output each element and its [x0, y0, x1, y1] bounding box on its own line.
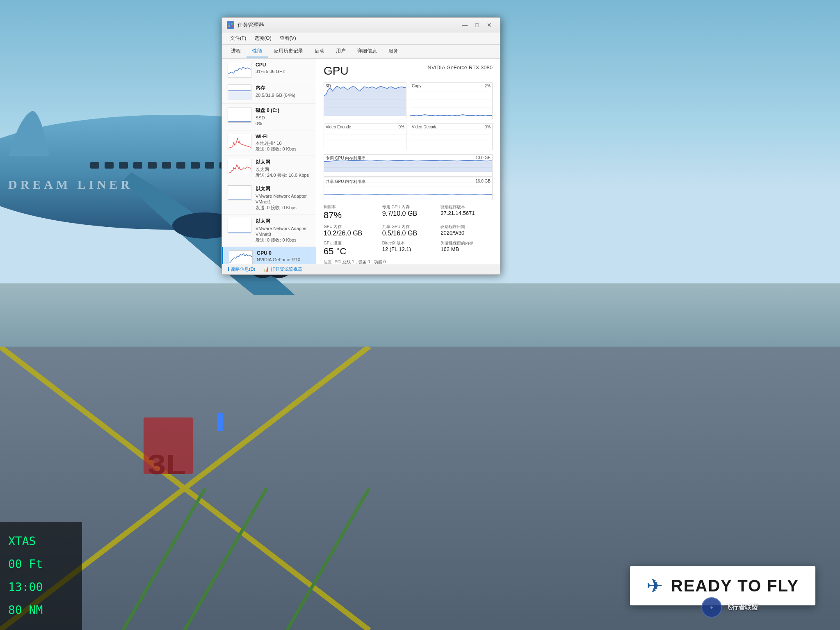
gpu-decode-value: 0% — [485, 125, 491, 129]
gpu-detail-panel: GPU NVIDIA GeForce RTX 3080 3D Copy 2% V… — [316, 59, 500, 264]
taskmanager-window: 任务管理器 — □ ✕ 文件(F) 选项(O) 查看(V) 进程 性能 应用历史… — [221, 17, 500, 275]
vmnet8-info: 以太网 VMware Network Adapter VMnet8发送: 0 接… — [256, 218, 310, 243]
vmnet8-mini-graph — [228, 218, 251, 233]
eth1-info: 以太网 以太网发送: 24.0 接收: 16.0 Kbps — [256, 159, 310, 178]
menu-view[interactable]: 查看(V) — [276, 34, 299, 43]
stat-utilization-value: 87% — [324, 210, 376, 221]
svg-rect-31 — [228, 90, 251, 100]
summary-text: 简略信息(D) — [231, 266, 255, 272]
perf-disk[interactable]: 磁盘 0 (C:) SSD0% — [222, 104, 316, 130]
airplane-icon: ✈ — [646, 574, 663, 597]
svg-line-4 — [287, 488, 369, 630]
minimize-button[interactable]: — — [459, 20, 470, 30]
wifi-info: Wi-Fi 本地连接* 10发送: 0 接收: 0 Kbps — [256, 134, 310, 152]
tab-app-history[interactable]: 应用历史记录 — [268, 46, 309, 57]
svg-text:3L: 3L — [148, 448, 186, 480]
tab-users[interactable]: 用户 — [330, 46, 352, 57]
gpu-title: GPU — [324, 64, 349, 78]
resource-monitor-link[interactable]: 📊 打开资源监视器 — [263, 266, 302, 272]
tab-startup[interactable]: 启动 — [309, 46, 330, 57]
perf-vmnet8[interactable]: 以太网 VMware Network Adapter VMnet8发送: 0 接… — [222, 215, 316, 247]
gpu-copy-chart: Copy 2% — [410, 82, 493, 119]
cpu-value: 31% 5.06 GHz — [256, 68, 310, 74]
stat-shared-mem-value: 0.5/16.0 GB — [382, 230, 434, 237]
eth1-label: 以太网 — [256, 159, 310, 166]
perf-vmnet1[interactable]: 以太网 VMware Network Adapter VMnet1发送: 0 接… — [222, 182, 316, 215]
hud-xtas: XTAS — [8, 530, 74, 553]
gpu-3d-canvas — [324, 83, 406, 116]
close-button[interactable]: ✕ — [484, 20, 495, 30]
title-left: 任务管理器 — [227, 21, 264, 29]
svg-rect-16 — [205, 162, 214, 169]
svg-rect-10 — [119, 162, 128, 169]
main-content: CPU 31% 5.06 GHz 内存 20.5/31.9 GB (64%) — [222, 59, 500, 264]
perf-eth1[interactable]: 以太网 以太网发送: 24.0 接收: 16.0 Kbps — [222, 155, 316, 182]
tab-services[interactable]: 服务 — [383, 46, 404, 57]
svg-rect-15 — [191, 162, 200, 169]
window-controls: — □ ✕ — [459, 20, 495, 30]
gpu-copy-canvas — [410, 83, 492, 116]
svg-rect-9 — [105, 162, 114, 169]
titlebar: 任务管理器 — □ ✕ — [222, 18, 500, 32]
svg-rect-8 — [90, 162, 99, 169]
svg-rect-12 — [148, 162, 157, 169]
performance-list: CPU 31% 5.06 GHz 内存 20.5/31.9 GB (64%) — [222, 59, 316, 264]
stat-directx-value: 12 (FL 12.1) — [382, 246, 434, 252]
stat-reserved-mem: 为请性保留的内存 162 MB — [441, 240, 493, 257]
gpu-shared-mem-max: 16.0 GB — [475, 179, 491, 183]
tab-details[interactable]: 详细信息 — [352, 46, 383, 57]
vmnet1-value: VMware Network Adapter VMnet1发送: 0 接收: 0… — [256, 193, 310, 211]
ready-to-fly-text: READY TO FLY — [671, 577, 799, 595]
stat-directx-label: DirectX 版本 — [382, 240, 434, 246]
cpu-info: CPU 31% 5.06 GHz — [256, 62, 310, 74]
gpu-dedicated-mem-max: 10.0 GB — [475, 155, 491, 160]
memory-info: 内存 20.5/31.9 GB (64%) — [256, 84, 310, 98]
maximize-button[interactable]: □ — [471, 20, 483, 30]
vmnet8-label: 以太网 — [256, 218, 310, 225]
gpu-label: GPU 0 — [257, 250, 310, 256]
stat-dedicated-mem-value: 9.7/10.0 GB — [382, 210, 434, 217]
svg-rect-13 — [162, 162, 171, 169]
perf-cpu[interactable]: CPU 31% 5.06 GHz — [222, 59, 316, 81]
gpu-3d-label: 3D — [326, 84, 331, 88]
gpu-3d-chart: 3D — [324, 82, 406, 119]
gpu-encode-chart: Video Encode 0% — [324, 123, 406, 150]
bottom-bar: ℹ 简略信息(D) 📊 打开资源监视器 — [222, 264, 500, 274]
summary-link[interactable]: ℹ 简略信息(D) — [228, 266, 255, 272]
watermark-inner: ✈ — [710, 606, 713, 609]
summary-icon: ℹ — [228, 267, 229, 272]
stat-gpu-mem-value: 10.2/26.0 GB — [324, 230, 376, 237]
stat-driver-version-value: 27.21.14.5671 — [441, 210, 493, 216]
menubar: 文件(F) 选项(O) 查看(V) — [222, 32, 500, 45]
eth1-value: 以太网发送: 24.0 接收: 16.0 Kbps — [256, 167, 310, 178]
svg-line-3 — [185, 488, 267, 630]
stat-shared-mem: 共享 GPU 内存 0.5/16.0 GB — [382, 224, 434, 237]
gpu-encode-value: 0% — [399, 125, 404, 129]
stat-reserved-mem-value: 162 MB — [441, 246, 493, 252]
perf-gpu[interactable]: GPU 0 NVIDIA GeForce RTX 308087% (65 °C) — [222, 247, 316, 264]
menu-options[interactable]: 选项(O) — [251, 34, 274, 43]
gpu-header: GPU NVIDIA GeForce RTX 3080 — [324, 64, 493, 78]
stat-gpu-mem: GPU 内存 10.2/26.0 GB — [324, 224, 376, 237]
perf-wifi[interactable]: Wi-Fi 本地连接* 10发送: 0 接收: 0 Kbps — [222, 130, 316, 156]
eth1-mini-graph — [228, 159, 251, 174]
tab-processes[interactable]: 进程 — [225, 46, 247, 57]
stat-reserved-mem-label: 为请性保留的内存 — [441, 240, 493, 246]
gpu-shared-mem-label: 共享 GPU 内存利用率 — [326, 179, 365, 185]
tab-performance[interactable]: 性能 — [247, 46, 268, 57]
hud-distance: 80 NM — [8, 599, 74, 622]
svg-rect-30 — [231, 25, 233, 27]
stat-dedicated-mem: 专用 GPU 内存 9.7/10.0 GB — [382, 204, 434, 221]
gpu-model: NVIDIA GeForce RTX 3080 — [427, 64, 493, 71]
menu-file[interactable]: 文件(F) — [227, 34, 249, 43]
svg-rect-14 — [176, 162, 185, 169]
gpu-mini-graph — [229, 250, 253, 264]
bottom-links: ℹ 简略信息(D) 📊 打开资源监视器 — [228, 266, 302, 272]
perf-memory[interactable]: 内存 20.5/31.9 GB (64%) — [222, 81, 316, 104]
watermark-text: 飞行者联盟 — [725, 603, 758, 612]
cpu-label: CPU — [256, 62, 310, 68]
gpu-top-charts: 3D Copy 2% — [324, 82, 493, 119]
gpu-location-label: 位置 — [324, 260, 332, 264]
tab-bar: 进程 性能 应用历史记录 启动 用户 详细信息 服务 — [222, 45, 500, 59]
disk-mini-graph — [228, 107, 251, 123]
